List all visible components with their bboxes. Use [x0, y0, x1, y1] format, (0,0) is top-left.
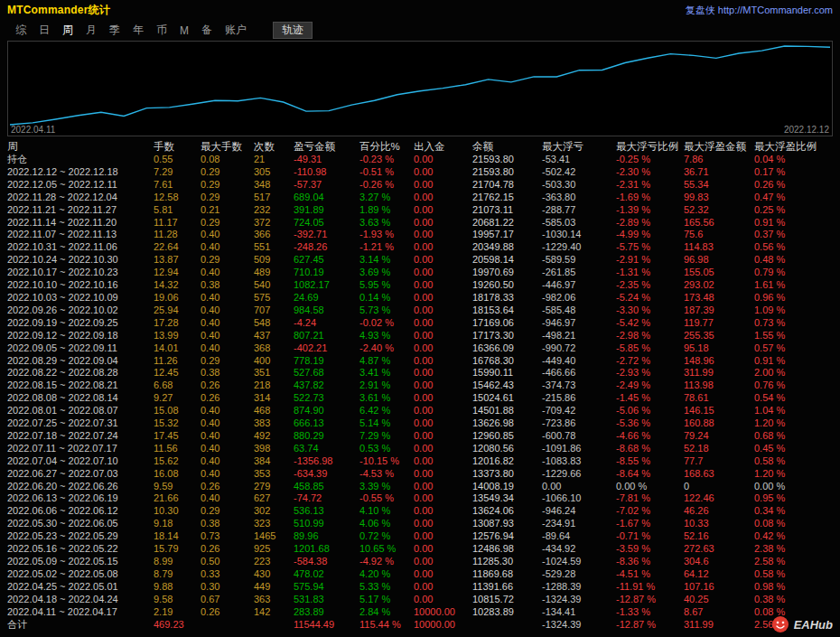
- cell-11: 0.73 %: [754, 317, 840, 330]
- table-row[interactable]: 2022.12.05 ~ 2022.12.117.610.29348-57.37…: [0, 179, 840, 192]
- brand-link[interactable]: 复盘侠 http://MTCommander.com: [686, 4, 833, 17]
- cell-10: 40.25: [684, 594, 754, 606]
- table-row[interactable]: 2022.08.08 ~ 2022.08.149.270.26314522.73…: [0, 392, 840, 405]
- table-row[interactable]: 2022.05.30 ~ 2022.06.059.180.38323510.99…: [0, 518, 840, 530]
- menu-item-yue[interactable]: 月: [79, 21, 103, 40]
- eahub-badge[interactable]: EAHub: [771, 615, 833, 633]
- table-row[interactable]: 2022.05.02 ~ 2022.05.088.790.33430478.02…: [0, 568, 840, 581]
- cell-0: 2022.05.30 ~ 2022.06.05: [7, 518, 154, 530]
- cell-5: -10.15 %: [359, 455, 414, 468]
- cell-8: -288.77: [542, 204, 616, 217]
- cell-3: 437: [254, 330, 294, 342]
- table-row[interactable]: 2022.10.24 ~ 2022.10.3013.870.29509627.4…: [0, 254, 840, 267]
- cell-6: 0.00: [414, 518, 472, 530]
- table-row[interactable]: 2022.04.11 ~ 2022.04.172.190.26142283.89…: [0, 606, 840, 619]
- menu-item-ri[interactable]: 日: [33, 21, 56, 40]
- table-row[interactable]: 2022.11.14 ~ 2022.11.2011.170.29372724.0…: [0, 217, 840, 230]
- cell-2: 0.26: [201, 392, 254, 405]
- cell-8: -434.92: [542, 543, 616, 556]
- cell-4: 666.13: [294, 417, 359, 430]
- cell-7: 16366.09: [472, 342, 542, 355]
- menu-item-m[interactable]: M: [173, 23, 195, 39]
- track-button[interactable]: 轨迹: [273, 22, 313, 39]
- cell-6: 0.00: [414, 505, 472, 518]
- table-row[interactable]: 2022.09.05 ~ 2022.09.1114.010.40368-402.…: [0, 342, 840, 355]
- cell-8: -585.03: [542, 217, 616, 230]
- table-row[interactable]: 2022.08.15 ~ 2022.08.216.680.26218437.82…: [0, 379, 840, 392]
- cell-1: 12.45: [154, 367, 201, 379]
- table-row[interactable]: 2022.10.17 ~ 2022.10.2312.940.40489710.1…: [0, 267, 840, 279]
- table-row[interactable]: 2022.10.03 ~ 2022.10.0919.060.4057524.69…: [0, 292, 840, 304]
- cell-10: 99.83: [684, 192, 754, 204]
- menu-item-bi[interactable]: 币: [150, 21, 173, 40]
- cell-8: -589.59: [542, 254, 616, 267]
- table-row[interactable]: 2022.09.26 ~ 2022.10.0225.940.40707984.5…: [0, 304, 840, 317]
- table-row[interactable]: 2022.07.18 ~ 2022.07.2417.450.40492880.2…: [0, 430, 840, 443]
- table-row[interactable]: 2022.10.31 ~ 2022.11.0622.640.40551-248.…: [0, 241, 840, 254]
- table-row[interactable]: 2022.06.06 ~ 2022.06.1210.300.29302536.1…: [0, 505, 840, 518]
- menu-item-zhanghu[interactable]: 账户: [219, 21, 253, 40]
- table-row[interactable]: 2022.07.04 ~ 2022.07.1015.620.40384-1356…: [0, 455, 840, 468]
- cell-6: 0.00: [414, 581, 472, 594]
- cell-3: 384: [254, 455, 294, 468]
- cell-3: 925: [254, 543, 294, 556]
- cell-7: 13626.98: [472, 417, 542, 430]
- cell-4: -110.98: [294, 166, 359, 179]
- cell-5: -0.51 %: [359, 166, 414, 179]
- table-row[interactable]: 2022.04.25 ~ 2022.05.019.880.30449575.94…: [0, 581, 840, 594]
- cell-7: 19260.50: [472, 279, 542, 292]
- menu-item-nian[interactable]: 年: [126, 21, 150, 40]
- table-row[interactable]: 2022.11.21 ~ 2022.11.275.810.21232391.89…: [0, 204, 840, 217]
- table-row[interactable]: 2022.09.19 ~ 2022.09.2517.280.40548-4.24…: [0, 317, 840, 330]
- table-row[interactable]: 2022.07.25 ~ 2022.07.3115.320.40383666.1…: [0, 417, 840, 430]
- cell-9: -0.25 %: [616, 154, 684, 166]
- table-row-total[interactable]: 合计469.2311544.49115.44 %10000.00-1324.39…: [0, 619, 840, 632]
- table-row[interactable]: 持仓0.550.0821-49.31-0.23 %0.0021593.80-53…: [0, 154, 840, 166]
- cell-3: 398: [254, 443, 294, 455]
- cell-5: -0.55 %: [359, 492, 414, 505]
- cell-7: 20349.88: [472, 241, 542, 254]
- cell-9: -4.51 %: [616, 568, 684, 581]
- cell-2: 0.40: [201, 342, 254, 355]
- cell-10: 173.48: [684, 292, 754, 304]
- cell-6: 0.00: [414, 543, 472, 556]
- cell-11: 0.47 %: [754, 192, 840, 204]
- table-row[interactable]: 2022.05.09 ~ 2022.05.158.990.50223-584.3…: [0, 556, 840, 568]
- menu-item-bei[interactable]: 备: [195, 21, 219, 40]
- cell-7: 13549.34: [472, 492, 542, 505]
- cell-3: 468: [254, 405, 294, 417]
- table-row[interactable]: 2022.08.22 ~ 2022.08.2812.450.38351527.6…: [0, 367, 840, 379]
- table-row[interactable]: 2022.08.29 ~ 2022.09.0411.260.29400778.1…: [0, 355, 840, 368]
- menu-item-zhou[interactable]: 周: [56, 21, 79, 40]
- table-row[interactable]: 2022.04.18 ~ 2022.04.249.580.67363531.83…: [0, 594, 840, 606]
- table-row[interactable]: 2022.12.12 ~ 2022.12.187.290.29305-110.9…: [0, 166, 840, 179]
- cell-8: -1288.39: [542, 581, 616, 594]
- table-row[interactable]: 2022.08.01 ~ 2022.08.0715.080.40468874.9…: [0, 405, 840, 417]
- cell-10: 114.83: [684, 241, 754, 254]
- table-row[interactable]: 2022.10.10 ~ 2022.10.1614.320.385401082.…: [0, 279, 840, 292]
- table-row[interactable]: 2022.11.28 ~ 2022.12.0412.580.29517689.0…: [0, 192, 840, 204]
- table-row[interactable]: 2022.06.20 ~ 2022.06.269.590.26279458.85…: [0, 481, 840, 493]
- cell-10: 79.24: [684, 430, 754, 443]
- table-row[interactable]: 2022.06.27 ~ 2022.07.0316.080.40353-634.…: [0, 468, 840, 481]
- cell-2: 0.50: [201, 556, 254, 568]
- cell-5: 5.17 %: [359, 594, 414, 606]
- cell-2: 0.26: [201, 606, 254, 619]
- menu-item-zong[interactable]: 综: [9, 21, 33, 40]
- cell-3: 707: [254, 304, 294, 317]
- cell-1: 15.62: [154, 455, 201, 468]
- table-row[interactable]: 2022.11.07 ~ 2022.11.1311.280.40366-392.…: [0, 229, 840, 241]
- table-row[interactable]: 2022.09.12 ~ 2022.09.1813.990.40437807.2…: [0, 330, 840, 342]
- cell-4: 627.45: [294, 254, 359, 267]
- table-row[interactable]: 2022.07.11 ~ 2022.07.1711.560.4039863.74…: [0, 443, 840, 455]
- table-row[interactable]: 2022.05.23 ~ 2022.05.2918.140.73146589.9…: [0, 530, 840, 543]
- cell-11: 0.57 %: [754, 342, 840, 355]
- table-row[interactable]: 2022.05.16 ~ 2022.05.2215.790.269251201.…: [0, 543, 840, 556]
- cell-10: 64.12: [684, 568, 754, 581]
- cell-0: 2022.12.12 ~ 2022.12.18: [7, 166, 154, 179]
- menu-item-ji[interactable]: 季: [103, 21, 126, 40]
- cell-7: 10815.72: [472, 594, 542, 606]
- cell-6: 0.00: [414, 568, 472, 581]
- cell-6: 0.00: [414, 355, 472, 368]
- table-row[interactable]: 2022.06.13 ~ 2022.06.1921.660.40627-74.7…: [0, 492, 840, 505]
